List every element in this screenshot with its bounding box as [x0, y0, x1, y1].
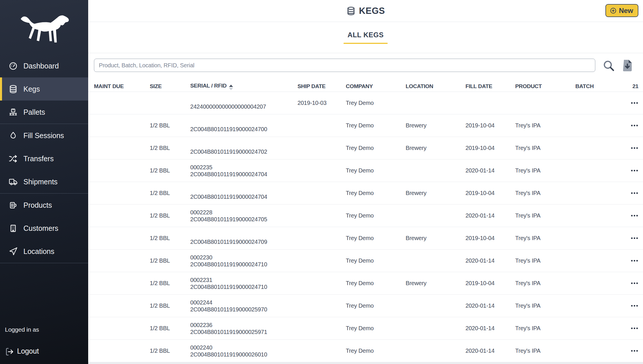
sidebar-item-customers[interactable]: Customers	[0, 217, 88, 240]
serial-value	[190, 186, 298, 193]
row-menu-icon[interactable]	[631, 303, 638, 308]
sidebar-item-fill-sessions[interactable]: Fill Sessions	[0, 124, 88, 147]
fill-date-cell: 2020-01-14	[465, 257, 515, 264]
row-menu-icon[interactable]	[631, 191, 638, 196]
new-button[interactable]: New	[605, 4, 638, 17]
column-header-serial-rfid[interactable]: SERIAL / RFID	[190, 83, 298, 90]
serial-rfid-cell: 2C004B801011919000024702	[190, 141, 298, 155]
row-menu-icon[interactable]	[631, 123, 638, 128]
rfid-value: 2C004B801011919000024704	[190, 193, 298, 200]
row-menu-icon[interactable]	[631, 348, 638, 353]
table-row[interactable]: 1/2 BBL2C004B801011919000024700Trey Demo…	[88, 114, 643, 137]
row-actions-cell	[619, 191, 643, 196]
sidebar-item-label: Pallets	[23, 108, 45, 116]
table-row[interactable]: 1/2 BBL2C004B801011919000024704Trey Demo…	[88, 182, 643, 205]
serial-value: 0002244	[190, 299, 298, 306]
row-menu-icon[interactable]	[631, 146, 638, 151]
tab-all-kegs[interactable]: ALL KEGS	[343, 31, 388, 44]
sidebar-item-shipments[interactable]: Shipments	[0, 170, 88, 193]
table-row[interactable]: 1/2 BBL2C004B801011919000024702Trey Demo…	[88, 137, 643, 159]
company-cell: Trey Demo	[346, 122, 406, 129]
sidebar-item-label: Fill Sessions	[23, 131, 64, 140]
table-row[interactable]: 1/2 BBL00022352C004B801011919000024704Tr…	[88, 159, 643, 182]
fill-date-cell: 2020-01-14	[465, 302, 515, 309]
serial-value: 0002230	[190, 254, 298, 261]
navigation-icon	[9, 247, 18, 256]
logout-label: Logout	[17, 347, 39, 355]
main-content: KEGS New ALL KEGS MAINT	[88, 0, 643, 364]
logged-in-as-label: Logged in as	[5, 326, 84, 333]
table-row[interactable]: 1/2 BBL00022302C004B801011919000024710Tr…	[88, 250, 643, 272]
table-row[interactable]: 1/2 BBL00022442C004B801011919000025970Tr…	[88, 295, 643, 317]
serial-value: 0002235	[190, 164, 298, 171]
column-header-company: COMPANY	[346, 83, 406, 90]
size-cell: 1/2 BBL	[150, 122, 190, 129]
row-actions-cell	[619, 146, 643, 151]
product-cell: Trey's IPA	[515, 167, 575, 174]
column-header-location: LOCATION	[406, 83, 465, 90]
table-header: MAINT DUE SIZE SERIAL / RFID SHIP DATE C…	[88, 81, 643, 92]
row-menu-icon[interactable]	[631, 213, 638, 218]
search-icon[interactable]	[602, 59, 615, 72]
rfid-value: 2C004B801011919000025970	[190, 306, 298, 313]
row-actions-cell	[619, 101, 643, 105]
sidebar-nav: DashboardKegsPalletsFill SessionsTransfe…	[0, 54, 88, 263]
sidebar: DashboardKegsPalletsFill SessionsTransfe…	[0, 0, 88, 364]
row-menu-icon[interactable]	[631, 168, 638, 173]
tab-active-underline	[343, 43, 388, 44]
size-cell: 1/2 BBL	[150, 325, 190, 332]
ship-date-cell: 2019-10-03	[298, 100, 346, 106]
product-cell: Trey's IPA	[515, 257, 575, 264]
sidebar-item-locations[interactable]: Locations	[0, 240, 88, 263]
company-cell: Trey Demo	[346, 190, 406, 196]
page-header: KEGS New	[88, 0, 643, 22]
serial-value	[190, 231, 298, 238]
row-menu-icon[interactable]	[631, 326, 638, 331]
row-menu-icon[interactable]	[631, 236, 638, 241]
serial-value: 0002231	[190, 276, 298, 283]
product-cell: Trey's IPA	[515, 280, 575, 287]
sidebar-item-dashboard[interactable]: Dashboard	[0, 54, 88, 77]
size-cell: 1/2 BBL	[150, 235, 190, 242]
fill-date-cell: 2019-10-04	[465, 235, 515, 242]
sidebar-item-products[interactable]: Products	[0, 194, 88, 217]
table-row[interactable]: 1/2 BBL00022362C004B801011919000025971Tr…	[88, 317, 643, 340]
logout-button[interactable]: Logout	[5, 347, 84, 355]
row-actions-cell	[619, 236, 643, 241]
serial-rfid-cell: 00022312C004B801011919000024710	[190, 276, 298, 290]
column-header-fill-date: FILL DATE	[465, 83, 515, 90]
row-actions-cell	[619, 326, 643, 331]
serial-value: 0002228	[190, 209, 298, 216]
table-row[interactable]: 1/2 BBL2C004B801011919000024709Trey Demo…	[88, 227, 643, 250]
table-row[interactable]: 1/2 BBL00022282C004B801011919000024705Tr…	[88, 205, 643, 227]
fill-date-cell: 2020-01-14	[465, 212, 515, 219]
rfid-value: 2C004B801011919000025971	[190, 328, 298, 335]
fill-date-cell: 2019-10-04	[465, 145, 515, 151]
file-download-icon[interactable]	[622, 59, 633, 72]
table-row[interactable]: 1/2 BBL00022312C004B801011919000024710Tr…	[88, 272, 643, 295]
table-row[interactable]: 2424000000000000000042072019-10-03Trey D…	[88, 92, 643, 114]
sidebar-item-transfers[interactable]: Transfers	[0, 147, 88, 170]
row-actions-cell	[619, 348, 643, 353]
rfid-value: 2C004B801011919000024710	[190, 283, 298, 290]
serial-rfid-cell: 242400000000000000004207	[190, 96, 298, 110]
product-cell: Trey's IPA	[515, 302, 575, 309]
keg-icon	[346, 6, 356, 16]
row-menu-icon[interactable]	[631, 101, 638, 105]
size-cell: 1/2 BBL	[150, 167, 190, 174]
serial-rfid-cell: 00022352C004B801011919000024704	[190, 164, 298, 178]
sidebar-item-kegs[interactable]: Kegs	[0, 77, 88, 101]
product-cell: Trey's IPA	[515, 325, 575, 332]
location-cell: Brewery	[406, 190, 465, 196]
mug-icon	[9, 201, 18, 210]
search-input[interactable]	[94, 59, 595, 72]
sidebar-item-pallets[interactable]: Pallets	[0, 101, 88, 124]
fill-date-cell: 2020-01-14	[465, 325, 515, 332]
size-cell: 1/2 BBL	[150, 145, 190, 151]
product-cell: Trey's IPA	[515, 190, 575, 196]
fill-date-cell: 2020-01-14	[465, 348, 515, 354]
table-row[interactable]: 1/2 BBL00022402C004B801011919000026010Tr…	[88, 340, 643, 362]
row-menu-icon[interactable]	[631, 258, 638, 263]
row-menu-icon[interactable]	[631, 281, 638, 286]
serial-value	[190, 119, 298, 126]
